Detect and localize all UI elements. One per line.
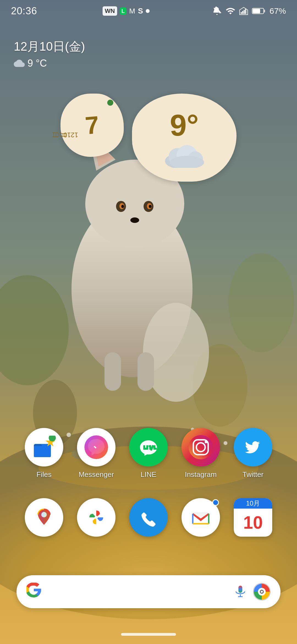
gmail-app[interactable] [182, 498, 220, 537]
weather-temperature: 9° [170, 110, 199, 140]
instagram-label: Instagram [185, 470, 217, 479]
line-app[interactable]: LINE [129, 428, 168, 479]
calendar-widget[interactable]: 7 12月10日 [61, 94, 124, 157]
line-icon[interactable] [129, 428, 168, 466]
line-label: LINE [141, 470, 156, 479]
svg-point-12 [121, 205, 124, 208]
phone-app[interactable] [129, 498, 168, 537]
google-lens-icon[interactable] [253, 583, 271, 601]
lens-pupil [260, 590, 264, 594]
gmail-badge [212, 499, 219, 506]
status-notification-icons: WN L M S [103, 6, 150, 16]
svg-rect-34 [253, 9, 260, 13]
calendar-app-icon[interactable]: 10月 10 [234, 498, 272, 537]
signal-icon [239, 7, 248, 15]
svg-rect-31 [245, 9, 246, 14]
weather-display: 9 °C [14, 58, 85, 69]
google-g-svg [26, 583, 41, 597]
calendar-app-number: 10 [243, 512, 263, 533]
status-bar: 20:36 WN L M S 67% [0, 0, 297, 22]
maps-icon[interactable] [25, 498, 63, 537]
cloud-icon-small [14, 58, 25, 69]
phone-icon-svg [136, 505, 161, 530]
svg-point-55 [205, 441, 207, 443]
status-system-icons: 67% [212, 6, 286, 16]
app-grid-row2: 10月 10 [0, 498, 297, 537]
svg-point-13 [149, 205, 152, 208]
twitter-icon-svg [241, 435, 265, 460]
maps-app[interactable] [25, 498, 63, 537]
files-label: Files [37, 470, 52, 479]
svg-rect-69 [238, 586, 242, 593]
svg-rect-47 [143, 448, 147, 450]
svg-rect-29 [242, 11, 243, 14]
files-icon-svg [32, 436, 56, 459]
photos-app[interactable] [77, 498, 116, 537]
calendar-number-area: 10 [243, 509, 263, 537]
messenger-label: Messenger [79, 470, 114, 479]
wifi-icon [226, 6, 235, 16]
weather-cloud-large [165, 143, 204, 165]
files-app[interactable]: Files [25, 428, 63, 479]
cloud-svg [165, 143, 209, 168]
calendar-app-icon-wrap[interactable]: 10月 10 [234, 498, 272, 537]
line-icon-svg [136, 435, 161, 460]
svg-rect-48 [146, 445, 148, 450]
status-time: 20:36 [11, 5, 37, 17]
svg-rect-30 [244, 10, 245, 14]
calendar-day-number: 7 [84, 112, 100, 138]
app-grid-row1: Files Messenger [0, 428, 297, 479]
dot-notification-icon [146, 9, 150, 13]
messenger-icon-svg [84, 435, 109, 460]
svg-rect-21 [138, 352, 154, 391]
date-weather-widget: 12月10日(金) 9 °C [14, 39, 85, 69]
s-notification-icon: S [138, 7, 143, 15]
mic-icon[interactable] [233, 585, 248, 599]
svg-point-52 [189, 435, 213, 459]
gmail-icon-svg [188, 505, 213, 530]
gmail-notification-icon: M [129, 7, 135, 15]
widgets-area: 7 12月10日 9° [0, 94, 297, 182]
svg-rect-41 [34, 446, 51, 457]
instagram-app[interactable]: Instagram [182, 428, 220, 479]
svg-point-14 [130, 217, 139, 223]
calendar-header: 10月 [234, 498, 272, 509]
svg-point-60 [95, 516, 98, 519]
phone-icon[interactable] [129, 498, 168, 537]
photos-icon[interactable] [77, 498, 116, 537]
wn-notification-icon: WN [103, 6, 117, 16]
svg-point-61 [136, 505, 161, 530]
date-display: 12月10日(金) [14, 39, 85, 55]
svg-rect-51 [153, 448, 157, 450]
svg-rect-20 [105, 352, 121, 391]
messenger-icon[interactable] [77, 428, 116, 466]
maps-icon-svg [32, 505, 56, 530]
gmail-icon[interactable] [182, 498, 220, 537]
google-logo [26, 583, 41, 601]
battery-icon [252, 7, 266, 15]
svg-point-19 [143, 303, 209, 402]
instagram-icon[interactable] [182, 428, 220, 466]
search-bar[interactable] [16, 575, 280, 608]
svg-point-3 [228, 253, 294, 352]
battery-percent: 67% [270, 6, 286, 16]
files-icon[interactable] [25, 428, 63, 466]
twitter-label: Twitter [243, 470, 264, 479]
twitter-app[interactable]: Twitter [234, 428, 272, 479]
twitter-icon[interactable] [234, 428, 272, 466]
temperature-small: 9 °C [28, 58, 47, 69]
calendar-date-label: 12月10日 [64, 130, 80, 139]
line-notification-icon: L [120, 7, 127, 15]
home-indicator[interactable] [121, 633, 176, 636]
calendar-active-dot [107, 100, 113, 106]
instagram-icon-svg [188, 435, 213, 460]
svg-rect-28 [241, 12, 242, 14]
messenger-app[interactable]: Messenger [77, 428, 116, 479]
photos-icon-svg [84, 505, 109, 530]
weather-widget[interactable]: 9° [132, 94, 237, 182]
svg-rect-33 [264, 10, 265, 12]
mute-icon [212, 6, 222, 16]
